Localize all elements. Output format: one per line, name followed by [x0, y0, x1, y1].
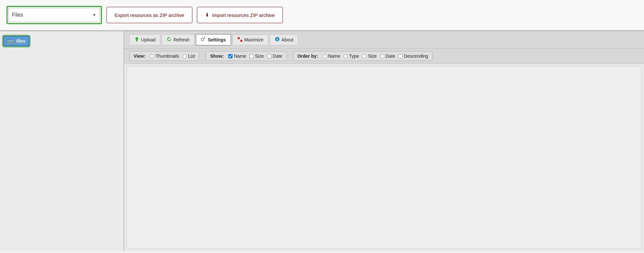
view-group: View: Thumbnails List: [129, 51, 199, 61]
thumbnails-option[interactable]: Thumbnails: [150, 53, 179, 59]
show-size-option[interactable]: Size: [250, 53, 264, 59]
svg-rect-4: [7, 39, 10, 40]
upload-label: Upload: [141, 37, 155, 42]
show-name-checkbox[interactable]: [228, 54, 233, 58]
settings-button[interactable]: Settings: [196, 34, 231, 46]
list-option[interactable]: List: [183, 53, 195, 59]
order-type-label: Type: [349, 53, 359, 59]
export-zip-label: Export resources as ZIP archive: [115, 12, 184, 18]
order-date-radio[interactable]: [380, 54, 384, 58]
import-zip-label: Import resources ZIP archive: [212, 12, 275, 18]
download-icon: ⬇: [205, 12, 209, 18]
key-icon: [201, 37, 206, 43]
import-zip-button[interactable]: ⬇ Import resources ZIP archive: [197, 7, 283, 23]
list-radio[interactable]: [183, 54, 187, 58]
about-label: About: [282, 37, 294, 42]
order-type-option[interactable]: Type: [344, 53, 359, 59]
toolbar: Upload Refresh: [124, 31, 644, 49]
order-size-option[interactable]: Size: [362, 53, 377, 59]
folder-label: files: [16, 38, 25, 44]
svg-marker-7: [169, 37, 170, 39]
files-dropdown-label: Files: [12, 12, 23, 18]
maximize-label: Maximize: [244, 37, 264, 42]
files-folder-item[interactable]: files: [3, 36, 29, 46]
upload-icon: [134, 37, 139, 43]
thumbnails-radio[interactable]: [150, 54, 154, 58]
order-group: Order by: Name Type Size Date: [293, 51, 432, 61]
svg-rect-12: [240, 40, 242, 42]
info-icon: i: [275, 37, 280, 43]
about-button[interactable]: i About: [270, 34, 298, 45]
svg-rect-11: [238, 37, 240, 39]
show-date-option[interactable]: Date: [267, 53, 282, 59]
show-name-label: Name: [234, 53, 246, 59]
order-name-radio[interactable]: [323, 54, 327, 58]
list-label: List: [188, 53, 195, 59]
settings-label: Settings: [208, 37, 226, 42]
upload-button[interactable]: Upload: [129, 34, 160, 45]
files-dropdown[interactable]: Files ▼: [8, 8, 100, 22]
descending-label: Descending: [404, 53, 428, 59]
svg-marker-6: [135, 37, 139, 41]
export-zip-button[interactable]: Export resources as ZIP archive: [106, 7, 192, 23]
refresh-icon: [167, 37, 172, 43]
refresh-button[interactable]: Refresh: [162, 34, 194, 45]
chevron-down-icon: ▼: [92, 13, 96, 17]
svg-rect-5: [8, 40, 14, 41]
order-type-radio[interactable]: [344, 54, 348, 58]
main-panel: files Upload Refr: [0, 31, 644, 251]
options-bar: View: Thumbnails List Show: Name: [124, 49, 644, 64]
maximize-button[interactable]: Maximize: [233, 35, 268, 45]
file-area: [127, 67, 641, 248]
descending-checkbox[interactable]: [398, 54, 403, 58]
refresh-label: Refresh: [173, 37, 189, 42]
show-date-checkbox[interactable]: [267, 54, 271, 58]
top-bar: Files ▼ Export resources as ZIP archive …: [0, 0, 644, 31]
right-panel: Upload Refresh: [124, 31, 644, 251]
maximize-icon: [237, 37, 243, 43]
svg-text:i: i: [277, 37, 278, 41]
show-date-label: Date: [273, 53, 282, 59]
order-size-label: Size: [368, 53, 377, 59]
sidebar: files: [0, 31, 124, 251]
folder-icon: [7, 38, 14, 44]
order-size-radio[interactable]: [362, 54, 366, 58]
view-label: View:: [134, 53, 145, 59]
order-label: Order by:: [298, 53, 318, 59]
files-dropdown-wrapper: Files ▼: [7, 6, 102, 24]
show-size-label: Size: [255, 53, 264, 59]
svg-line-10: [205, 37, 205, 38]
descending-option[interactable]: Descending: [398, 53, 428, 59]
order-date-label: Date: [386, 53, 395, 59]
show-name-option[interactable]: Name: [228, 53, 246, 59]
show-label: Show:: [210, 53, 224, 59]
order-date-option[interactable]: Date: [380, 53, 395, 59]
show-group: Show: Name Size Date: [206, 51, 286, 61]
order-name-option[interactable]: Name: [323, 53, 340, 59]
order-name-label: Name: [328, 53, 340, 59]
show-size-checkbox[interactable]: [250, 54, 254, 58]
thumbnails-label: Thumbnails: [155, 53, 179, 59]
